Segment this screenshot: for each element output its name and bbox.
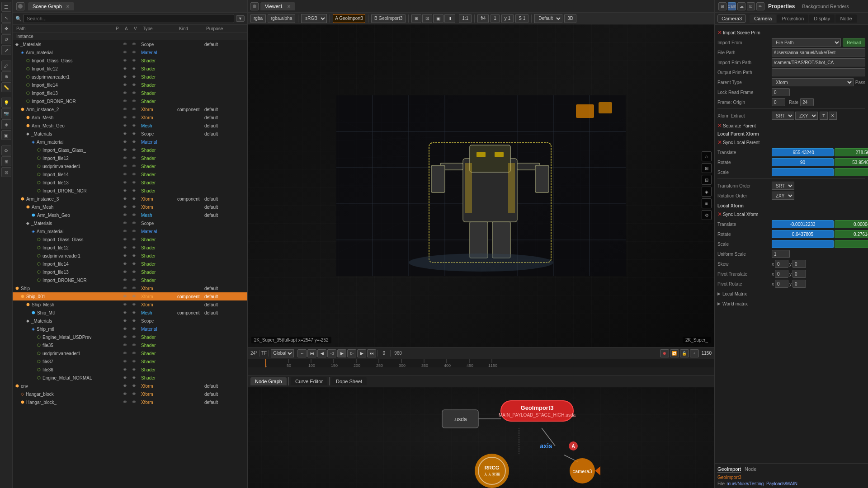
uniform-scale-input[interactable]	[772, 250, 790, 258]
toolbar-filter-btn[interactable]: ⊞	[1, 156, 11, 166]
props-icon4[interactable]: ⊡	[747, 2, 755, 10]
ng-tab-node-graph[interactable]: Node Graph	[250, 377, 287, 385]
pb-tab-geoimport[interactable]: GeoImport	[717, 465, 741, 473]
tl-play[interactable]: ▶	[337, 349, 346, 357]
table-row[interactable]: ⬡ Import_file12 👁 👁 Shader	[13, 154, 247, 162]
toolbar-scale-btn[interactable]: ⤢	[1, 45, 11, 55]
tl-add-btn[interactable]: +	[690, 349, 699, 357]
table-row[interactable]: ⬢ Ship_001 👁 👁 Xform component default	[13, 292, 247, 300]
rate-input[interactable]	[800, 98, 814, 106]
colorspace-select[interactable]: sRGB	[301, 14, 327, 23]
rotate2-x-input[interactable]	[772, 230, 834, 238]
translate-y-input[interactable]	[835, 148, 868, 156]
vp-settings-btn[interactable]: ⚙	[702, 210, 712, 220]
table-row[interactable]: ⬡ file36 👁 👁 Shader	[13, 366, 247, 374]
xform-t-btn[interactable]: T	[820, 112, 828, 120]
table-row[interactable]: ⬡ Import_file14 👁 👁 Shader	[13, 260, 247, 268]
table-row[interactable]: ◈ Arm_material 👁 👁 Material	[13, 227, 247, 235]
toolbar-snap-btn[interactable]: ⊕	[1, 71, 11, 81]
table-row[interactable]: ⬢ Arm_instance_3 👁 👁 Xform component def…	[13, 195, 247, 203]
table-row[interactable]: ⬡ Import_DRONE_NOR 👁 👁 Shader	[13, 276, 247, 284]
tl-record-btn[interactable]: ⏺	[660, 349, 669, 357]
tab-display[interactable]: Display	[809, 14, 835, 23]
node-a-btn[interactable]: A GeoImport3	[333, 14, 365, 23]
scene-graph-close-icon[interactable]: ✕	[66, 4, 70, 9]
table-row[interactable]: ⬡ usdprimvarreader1 👁 👁 Shader	[13, 349, 247, 357]
table-row[interactable]: ⬡ usdprimvarreader1 👁 👁 Shader	[13, 252, 247, 260]
translate2-x-input[interactable]	[772, 220, 834, 228]
table-row[interactable]: ⬢ Ship_Mesh 👁 👁 Xform default	[13, 300, 247, 309]
local-matrix-row[interactable]: ▶ Local Matrix	[717, 289, 865, 299]
table-row[interactable]: ◆ _Materials 👁 👁 Scope default	[13, 130, 247, 138]
table-row[interactable]: ◆ _Materials 👁 👁 Scope default	[13, 40, 247, 48]
panel-menu-icon[interactable]	[16, 2, 24, 10]
table-row[interactable]: ◆ _Materials 👁 👁 Scope	[13, 219, 247, 227]
3d-btn[interactable]: 3D	[564, 14, 576, 23]
toolbar-settings-btn[interactable]: ⚙	[1, 145, 11, 155]
tab-projection[interactable]: Projection	[777, 14, 808, 23]
fit-btn[interactable]: ⊞	[411, 14, 421, 23]
props-icon1[interactable]: ⊞	[718, 2, 726, 10]
table-row[interactable]: ⬢ Hangar_block_ 👁 👁 Xform default	[13, 398, 247, 406]
props-icon3[interactable]: ☁	[737, 2, 745, 10]
render-mode-select[interactable]: Default	[534, 14, 562, 23]
pivot-rx-input[interactable]	[775, 280, 788, 288]
viewer1-tab[interactable]: Viewer1 ✕	[260, 2, 295, 10]
tl-loop-btn[interactable]: 🔁	[670, 349, 679, 357]
frame-btn[interactable]: 1	[491, 14, 500, 23]
table-row[interactable]: ⬡ Import_Glass_Glass_ 👁 👁 Shader	[13, 56, 247, 65]
tl-next-frame[interactable]: ▶	[357, 349, 366, 357]
ng-tab-curve-editor[interactable]: Curve Editor	[291, 377, 327, 385]
import-from-select[interactable]: File Path Scene Graph	[772, 38, 841, 47]
table-row[interactable]: ⬢ Arm_instance_2 👁 👁 Xform component def…	[13, 105, 247, 113]
rotation-order-select[interactable]: ZXY	[772, 192, 794, 200]
table-row[interactable]: ⬢ env 👁 👁 Xform default	[13, 382, 247, 390]
tl-lock-btn[interactable]: 🔒	[680, 349, 689, 357]
toolbar-select-btn[interactable]: ↖	[1, 13, 11, 23]
toolbar-measure-btn[interactable]: 📏	[1, 82, 11, 92]
table-row[interactable]: ⬢ Ship 👁 👁 Xform default	[13, 284, 247, 292]
import-prim-path-input[interactable]	[772, 58, 865, 66]
pivot-ry-input[interactable]	[793, 280, 806, 288]
table-row[interactable]: ◈ Ship_mtl 👁 👁 Material	[13, 325, 247, 333]
toolbar-rotate-btn[interactable]: ↺	[1, 34, 11, 44]
file-path-input[interactable]	[772, 48, 865, 56]
table-row[interactable]: ⬡ Import_Glass_Glass_ 👁 👁 Shader	[13, 146, 247, 154]
table-row[interactable]: ⬡ file35 👁 👁 Shader	[13, 341, 247, 349]
vp-home-btn[interactable]: ⌂	[702, 151, 712, 161]
transform-order-select[interactable]: SRT	[772, 182, 794, 190]
toolbar-graph-btn[interactable]: ⊡	[1, 167, 11, 177]
table-row[interactable]: ⬡ Import_DRONE_NOR 👁 👁 Shader	[13, 187, 247, 195]
toolbar-material-btn[interactable]: ◈	[1, 119, 11, 129]
vp-fit-btn[interactable]: ⊞	[702, 163, 712, 173]
fps-btn[interactable]: f/4	[477, 14, 489, 23]
translate-x-input[interactable]	[772, 148, 834, 156]
timeline-ruler[interactable]: 1 50 100 150 200 250 300 350 400 450 115…	[248, 359, 714, 367]
toolbar-paint-btn[interactable]: 🖊	[1, 61, 11, 70]
alpha-btn[interactable]: rgba.alpha	[268, 14, 295, 23]
rotate-y-input[interactable]	[835, 158, 868, 166]
filter-btn[interactable]: ▼	[236, 15, 245, 22]
table-row[interactable]: ⬢ Arm_Mesh_Geo 👁 👁 Mesh default	[13, 122, 247, 130]
table-row[interactable]: ⬡ Engine_Metal_USDPrev 👁 👁 Shader	[13, 333, 247, 341]
frame-origin-input[interactable]	[772, 98, 785, 106]
toolbar-menu-btn[interactable]: ☰	[1, 2, 11, 12]
output-prim-path-input[interactable]	[772, 68, 865, 76]
pause-btn[interactable]: ⏸	[444, 14, 455, 23]
node-b-btn[interactable]: B GeoImport3	[371, 14, 406, 23]
skew-x-input[interactable]	[775, 260, 788, 268]
translate2-y-input[interactable]	[835, 220, 868, 228]
lock-read-frame-input[interactable]	[772, 88, 790, 96]
table-row[interactable]: ⬡ Import_DRONE_NOR 👁 👁 Shader	[13, 97, 247, 105]
viewer-menu-icon[interactable]	[250, 2, 259, 10]
tl-play-start[interactable]: ⏮	[307, 349, 316, 357]
tl-play-end[interactable]: ⏭	[367, 349, 376, 357]
s-btn[interactable]: S 1	[515, 14, 528, 23]
scale2-x-input[interactable]	[772, 240, 834, 248]
props-icon2[interactable]: Cam	[728, 2, 736, 10]
table-row[interactable]: ⬡ Import_file12 👁 👁 Shader	[13, 65, 247, 73]
ng-tab-dope-sheet[interactable]: Dope Sheet	[331, 377, 367, 385]
pb-tab-node[interactable]: Node	[745, 465, 756, 473]
scene-graph-tab[interactable]: Scene Graph ✕	[28, 2, 74, 10]
table-row[interactable]: ⬡ Import_file14 👁 👁 Shader	[13, 170, 247, 178]
